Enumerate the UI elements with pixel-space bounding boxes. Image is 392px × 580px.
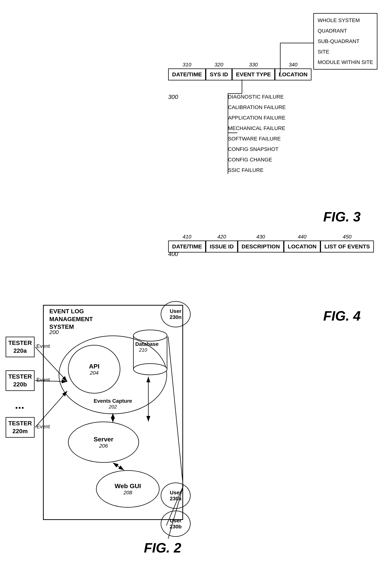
fig4-title: FIG. 4 <box>323 308 361 324</box>
tester-220m: TESTER 220m <box>5 417 35 438</box>
elms-box: EVENT LOG MANAGEMENT SYSTEM 200 Events C… <box>43 305 183 520</box>
tester-220m-label: TESTER 220m <box>8 420 32 435</box>
fig4-field-description: DESCRIPTION <box>238 241 284 253</box>
fig3-field-sysid: SYS ID <box>206 68 232 80</box>
svg-point-9 <box>133 364 167 375</box>
events-capture-label: Events Capture <box>94 398 132 404</box>
event-type-item-2: APPLICATION FAILURE <box>228 113 286 123</box>
location-item-4: MODULE WITHIN SITE <box>318 57 373 68</box>
fig4-field-number-420: 420 <box>217 234 226 240</box>
tester-220a-label: TESTER 220a <box>8 339 32 355</box>
api-label: API <box>89 363 99 370</box>
elms-label: EVENT LOG MANAGEMENT SYSTEM <box>49 307 93 331</box>
event-type-item-7: SSIC FAILURE <box>228 165 286 175</box>
dots: ... <box>15 398 24 411</box>
fig2-container: FIG. 2 TESTER 220a Event TESTER 220b Eve… <box>5 290 193 561</box>
tester-220b-label: TESTER 220b <box>8 373 32 388</box>
user-230b: User 230b <box>161 511 191 537</box>
user-230n: User 230n <box>161 301 191 327</box>
event-type-item-1: CALIBRATION FAILURE <box>228 102 286 113</box>
tester-220b: TESTER 220b <box>5 370 35 391</box>
fig4-record-table: 410 DATE/TIME 420 ISSUE ID 430 DESCRIPTI… <box>168 234 374 253</box>
fig3-field-number-330: 330 <box>249 62 258 68</box>
fig4-field-listofevents: LIST OF EVENTS <box>320 241 374 253</box>
database-label: Database <box>135 341 159 347</box>
fig3-record-number: 300 <box>168 94 178 100</box>
fig3-field-eventtype: EVENT TYPE <box>232 68 275 80</box>
events-capture-number: 202 <box>109 404 117 410</box>
fig4-field-number-430: 430 <box>256 234 265 240</box>
event-type-item-4: SOFTWARE FAILURE <box>228 134 286 144</box>
fig4-field-number-450: 450 <box>343 234 352 240</box>
database-cylinder <box>130 324 171 377</box>
event-type-item-0: DIAGNOSTIC FAILURE <box>228 92 286 102</box>
server-oval: Server 206 <box>68 422 139 463</box>
location-item-1: QUADRANT <box>318 26 373 36</box>
fig4-field-issueid: ISSUE ID <box>206 241 237 253</box>
fig3-field-location: LOCATION <box>275 68 311 80</box>
location-item-0: WHOLE SYSTEM <box>318 15 373 26</box>
fig4-field-location: LOCATION <box>284 241 320 253</box>
event-type-item-5: CONFIG SNAPSHOT <box>228 144 286 154</box>
fig3-field-datetime: DATE/TIME <box>168 68 206 80</box>
fig4-field-number-440: 440 <box>298 234 307 240</box>
fig3-record-table: 310 DATE/TIME 320 SYS ID 330 EVENT TYPE … <box>168 62 311 80</box>
web-gui-number: 208 <box>123 490 132 496</box>
fig3-event-type-list: DIAGNOSTIC FAILURE CALIBRATION FAILURE A… <box>228 92 286 175</box>
fig3-field-number-320: 320 <box>214 62 223 68</box>
server-label: Server <box>94 435 113 443</box>
server-number: 206 <box>99 443 108 449</box>
api-number: 204 <box>90 370 99 376</box>
svg-line-14 <box>113 463 124 470</box>
fig3-field-number-310: 310 <box>183 62 191 68</box>
database-number: 210 <box>139 347 147 353</box>
fig3-location-list: WHOLE SYSTEM QUADRANT SUB-QUADRANT SITE … <box>313 13 378 70</box>
web-gui-label: Web GUI <box>114 482 141 490</box>
elms-number: 200 <box>49 329 59 335</box>
fig2-title: FIG. 2 <box>144 540 181 556</box>
location-item-3: SITE <box>318 47 373 57</box>
api-oval: API 204 <box>68 345 120 394</box>
user-230a: User 230a <box>161 483 191 509</box>
event-type-item-3: MECHANICAL FAILURE <box>228 123 286 134</box>
fig4-container: FIG. 4 400 410 DATE/TIME 420 ISSUE ID 43… <box>168 196 383 327</box>
tester-220a: TESTER 220a <box>5 337 35 357</box>
svg-point-8 <box>133 330 167 341</box>
location-item-2: SUB-QUADRANT <box>318 36 373 47</box>
web-gui-oval: Web GUI 208 <box>96 470 160 508</box>
event-type-item-6: CONFIG CHANGE <box>228 154 286 165</box>
fig3-field-number-340: 340 <box>289 62 297 68</box>
fig4-field-datetime: DATE/TIME <box>168 241 206 253</box>
fig4-field-number-410: 410 <box>183 234 191 240</box>
